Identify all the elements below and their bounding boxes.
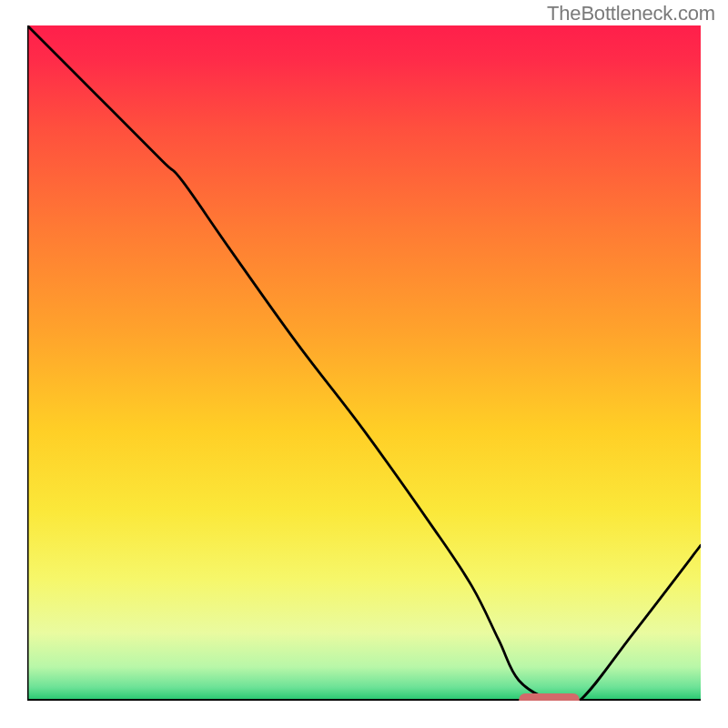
chart-area (27, 25, 701, 701)
attribution-text: TheBottleneck.com (547, 2, 715, 25)
chart-svg (27, 25, 701, 701)
optimal-marker (519, 693, 580, 701)
